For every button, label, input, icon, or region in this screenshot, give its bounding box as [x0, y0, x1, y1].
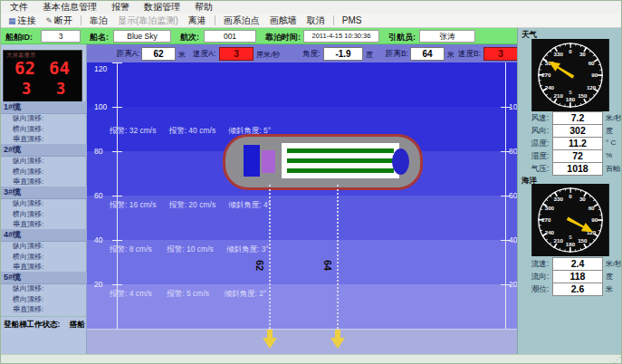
toolbar-separator: [81, 15, 81, 25]
y-tick-label: 80: [94, 147, 102, 156]
speed-a-value[interactable]: 3: [219, 47, 254, 61]
cable-section-header[interactable]: 2#缆: [1, 144, 90, 157]
berth-button[interactable]: 靠泊: [88, 14, 110, 27]
gauge-tick-label: 0: [569, 193, 572, 199]
drift-item: 横向漂移:: [1, 209, 99, 219]
drift-item: 纵向漂移:: [1, 198, 99, 208]
y-tick-label: 120: [94, 64, 107, 73]
current-dir-value[interactable]: 118: [552, 270, 603, 283]
angle-label: 角度:: [302, 49, 320, 60]
distance-line-b: [337, 185, 339, 329]
current-speed-value[interactable]: 2.4: [552, 257, 603, 271]
gauge-tick-label: 180: [566, 96, 576, 102]
gauge-tick-label: 150: [578, 237, 588, 244]
alarm-threshold-row: 报警: 16 cm/s 报警: 20 cm/s 倾斜角度: 4°: [110, 200, 271, 211]
menu-data[interactable]: 数据管理: [144, 1, 180, 14]
gauge-tick-label: 90: [591, 216, 598, 223]
wind-dir-value[interactable]: 302: [552, 124, 603, 138]
pilot-label: 引航员:: [388, 32, 416, 43]
gauge-tick-label: 270: [541, 72, 551, 78]
current-dir-label: 流向:: [520, 272, 549, 283]
deck-stripe: [287, 158, 394, 163]
pressure-value[interactable]: 1018: [552, 162, 603, 176]
toolbar: ▦连接 ✎断开 靠泊 显示(靠泊监测) 离港 画系泊点 画舷墙 取消 PMS: [1, 14, 622, 28]
display-monitor-button[interactable]: 显示(靠泊监测): [116, 14, 180, 27]
gauge-tick-label: 60: [589, 60, 595, 66]
menu-help[interactable]: 帮助: [195, 1, 213, 14]
ship-name-field[interactable]: Blue Sky: [113, 30, 171, 43]
current-direction-gauge: 0 30 60 90 120 150 180 210 240 270 300 3…: [531, 184, 610, 256]
cable-section-header[interactable]: 3#缆: [1, 187, 90, 199]
menu-file[interactable]: 文件: [10, 1, 28, 14]
berth-time-field[interactable]: 2011-4-15 10:30:36: [303, 30, 379, 43]
tick: [112, 284, 122, 285]
speed-b-value[interactable]: 3: [483, 47, 518, 61]
cable-section-header[interactable]: 1#缆: [1, 101, 90, 114]
distance-b-label: 距离B:: [386, 49, 408, 60]
gauge-tick-label: 210: [554, 237, 564, 244]
voyage-field[interactable]: 001: [204, 30, 256, 43]
connect-button[interactable]: ▦连接: [6, 14, 38, 27]
gauge-south-marker: S: [569, 235, 572, 240]
drift-item: 横向漂移:: [1, 124, 99, 134]
temperature-label: 温度:: [520, 139, 549, 149]
resize-grip[interactable]: ⋰: [613, 356, 621, 364]
angle-unit: 度: [366, 50, 373, 60]
humidity-value[interactable]: 72: [552, 149, 603, 163]
measurement-bar: 距离A: 62 米 速度A: 3 厘米/秒 角度: -1.9 度 距离B: 64…: [87, 44, 517, 62]
wind-speed-value[interactable]: 7.2: [552, 111, 603, 125]
ship-symbol[interactable]: [223, 134, 423, 190]
tick: [112, 240, 122, 241]
draw-mooring-point-button[interactable]: 画系泊点: [222, 14, 262, 27]
deck-stripe: [287, 168, 394, 173]
gauge-tick-label: 270: [541, 216, 551, 223]
tide-level-value[interactable]: 2.6: [552, 283, 603, 296]
menu-alarm[interactable]: 报警: [111, 1, 129, 14]
pen-icon: ✎: [46, 16, 53, 25]
gauge-tick-label: 330: [554, 196, 564, 202]
disconnect-button[interactable]: ✎断开: [44, 14, 75, 27]
gauge-tick-label: 120: [587, 84, 597, 91]
distance-line-a: [269, 185, 271, 329]
current-dir-unit: 度: [606, 272, 613, 282]
drift-item: 纵向漂移:: [1, 283, 99, 293]
alarm-threshold-row: 报警: 4 cm/s 报警: 5 cm/s 倾斜角度: 2°: [110, 289, 266, 300]
ship-superstructure: [244, 145, 260, 177]
gauge-tick-label: 180: [566, 241, 576, 247]
current-speed-unit: 米/秒: [606, 259, 622, 269]
wind-direction-gauge: 0 30 60 90 120 150 180 210 240 270 300 3…: [531, 39, 610, 111]
berthing-chart: 距离A: 62 米 速度A: 3 厘米/秒 角度: -1.9 度 距离B: 64…: [87, 44, 517, 354]
gauge-south-marker: S: [569, 90, 572, 95]
ship-deck: [282, 143, 399, 178]
cancel-button[interactable]: 取消: [305, 14, 327, 27]
temperature-value[interactable]: 11.2: [552, 137, 603, 150]
cable-section-header[interactable]: 5#缆: [1, 272, 90, 284]
drift-item: 垂直漂移:: [1, 304, 99, 314]
gauge-tick-label: 240: [545, 84, 555, 91]
gauge-tick-label: 210: [554, 92, 564, 99]
distance-b-value[interactable]: 64: [410, 47, 445, 61]
pms-button[interactable]: PMS: [340, 15, 364, 25]
gauge-tick-label: 0: [569, 48, 572, 54]
speed-b-label: 速度B:: [458, 49, 481, 60]
drift-item: 横向漂移:: [1, 167, 99, 177]
distance-a-value[interactable]: 62: [141, 47, 176, 61]
angle-value[interactable]: -1.9: [323, 47, 363, 61]
gauge-tick-label: 60: [589, 205, 595, 211]
depart-button[interactable]: 离港: [187, 14, 208, 27]
cable-section-header[interactable]: 4#缆: [1, 229, 90, 242]
voyage-label: 航次:: [180, 32, 199, 43]
pilot-field[interactable]: 张涛: [419, 30, 475, 43]
distance-line-b-label: 64: [322, 260, 333, 271]
ship-cabin: [262, 150, 275, 173]
draw-fender-button[interactable]: 画舷墙: [268, 14, 299, 27]
toolbar-separator: [333, 15, 334, 25]
y-tick-label: 40: [94, 235, 102, 244]
ship-id-field[interactable]: 3: [41, 30, 81, 43]
y-tick-label: 80: [509, 147, 517, 156]
quay-strip: [87, 329, 517, 354]
menu-basic-info[interactable]: 基本信息管理: [43, 1, 97, 14]
drift-item: 垂直漂移:: [1, 177, 99, 187]
display-distance-a: 62: [14, 58, 35, 78]
tick: [112, 151, 122, 152]
